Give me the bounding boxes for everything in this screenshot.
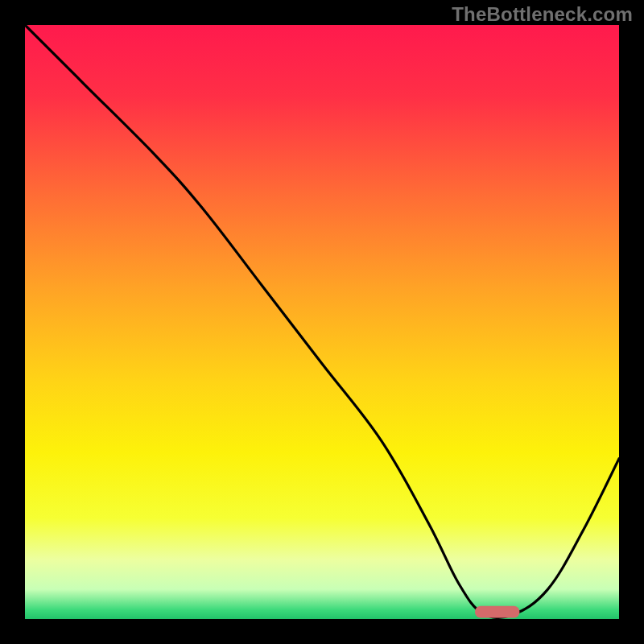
watermark-label: TheBottleneck.com [452, 3, 633, 26]
optimal-range-marker [475, 606, 519, 618]
bottleneck-chart [25, 25, 619, 619]
chart-frame: TheBottleneck.com line [0, 0, 644, 644]
